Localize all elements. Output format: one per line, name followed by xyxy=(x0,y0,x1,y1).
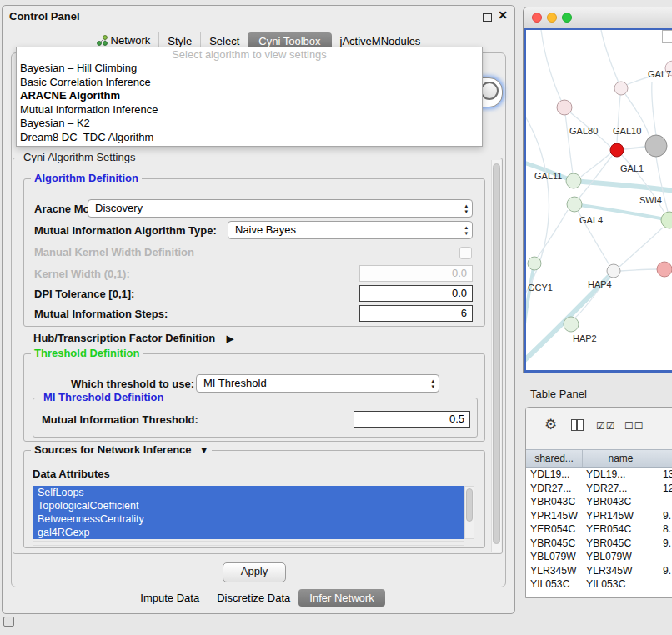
table-row[interactable]: YIL053CYIL053C xyxy=(526,578,672,592)
algorithm-option[interactable]: Dream8 DC_TDC Algorithm xyxy=(17,131,482,145)
table-cell: YDR27... xyxy=(526,482,583,496)
settings-scrollbar[interactable] xyxy=(491,160,501,552)
tab-discretize-data[interactable]: Discretize Data xyxy=(208,589,298,607)
network-node[interactable] xyxy=(614,82,628,95)
tab-infer-network[interactable]: Infer Network xyxy=(298,589,384,607)
network-node[interactable] xyxy=(610,143,624,157)
scrollbar-thumb[interactable] xyxy=(466,488,473,522)
sources-title: Sources for Network Inference xyxy=(34,443,192,456)
column-header-extra[interactable] xyxy=(659,450,672,467)
attribute-item-selected[interactable]: gal4RGexp xyxy=(33,526,464,539)
column-header-name[interactable]: name xyxy=(583,450,659,467)
mi-algorithm-type-select[interactable]: Naive Bayes ▴▾ xyxy=(228,221,473,239)
attribute-item-selected[interactable]: SelfLoops xyxy=(33,486,464,499)
network-node[interactable] xyxy=(607,264,620,278)
sources-group: Sources for Network Inference ▼ Data Att… xyxy=(23,450,485,548)
network-node-label: GCY1 xyxy=(528,282,553,292)
close-traffic-light-icon[interactable] xyxy=(532,12,542,22)
combo-arrows-icon: ▴▾ xyxy=(464,224,468,236)
column-header-shared[interactable]: shared... xyxy=(526,450,583,467)
network-window-titlebar[interactable] xyxy=(524,8,672,28)
network-view-frame: GAL7GAL80GAL10GAL11GAL1SWI4GAL4GCY1HAP4H… xyxy=(524,28,672,372)
select-all-icon[interactable]: ☑☑ xyxy=(596,420,616,432)
table-header: shared... name xyxy=(526,449,672,468)
manual-kernel-checkbox[interactable] xyxy=(459,247,472,259)
table-row[interactable]: YLR345WYLR345W9. xyxy=(526,564,672,578)
zoom-traffic-light-icon[interactable] xyxy=(562,12,572,22)
table-cell: YBR045C xyxy=(526,537,583,551)
table-body: YDL19...YDL19...13YDR27...YDR27...12YBR0… xyxy=(526,468,672,598)
attributes-list-scrollbar[interactable] xyxy=(464,486,474,539)
threshold-definition-title: Threshold Definition xyxy=(31,347,143,359)
attribute-item-selected[interactable]: BetweennessCentrality xyxy=(33,512,464,526)
hub-section-label: Hub/Transcription Factor Definition xyxy=(33,332,215,344)
minimize-traffic-light-icon[interactable] xyxy=(547,12,557,22)
window-title: Control Panel xyxy=(9,10,80,22)
kernel-width-label: Kernel Width (0,1): xyxy=(34,268,130,280)
network-node[interactable] xyxy=(557,100,572,115)
table-row[interactable]: YBR045CYBR045C9. xyxy=(526,537,672,551)
aracne-mode-value: Discovery xyxy=(95,202,143,214)
table-cell: 13 xyxy=(659,468,672,482)
sources-toggle[interactable]: Sources for Network Inference ▼ xyxy=(31,443,212,456)
scrollbar-thumb[interactable] xyxy=(493,163,500,544)
network-node-label: HAP4 xyxy=(588,279,612,289)
table-row[interactable]: YDL19...YDL19...13 xyxy=(526,468,672,482)
attributes-list-hscrollbar[interactable] xyxy=(33,541,464,546)
collapsed-panel-icon[interactable] xyxy=(3,617,14,627)
table-cell: 12 xyxy=(659,482,672,496)
network-scroll-corner[interactable] xyxy=(662,30,672,43)
table-row[interactable]: YBL079WYBL079W xyxy=(526,550,672,564)
network-node[interactable] xyxy=(528,257,541,270)
which-threshold-select[interactable]: MI Threshold ▴▾ xyxy=(196,374,439,392)
gear-icon[interactable]: ⚙ xyxy=(544,416,557,432)
dpi-tolerance-label: DPI Tolerance [0,1]: xyxy=(34,288,134,300)
network-node-label: GAL80 xyxy=(569,126,598,136)
algorithm-option[interactable]: Basic Correlation Inference xyxy=(17,76,482,90)
mi-algorithm-type-value: Naive Bayes xyxy=(235,223,296,236)
network-node-label: GAL4 xyxy=(579,215,603,225)
attribute-item-selected[interactable]: TopologicalCoefficient xyxy=(33,499,464,512)
combo-arrows-icon: ▴▾ xyxy=(431,378,434,389)
table-cell: YBR043C xyxy=(526,495,583,509)
network-node[interactable] xyxy=(566,173,581,188)
table-row[interactable]: YBR043CYBR043C xyxy=(526,495,672,509)
float-window-icon[interactable] xyxy=(483,13,492,22)
table-cell: YER054C xyxy=(583,522,659,537)
network-node[interactable] xyxy=(657,262,672,277)
table-cell: 8. xyxy=(659,522,672,537)
network-node-label: GAL7 xyxy=(648,69,671,79)
network-canvas[interactable]: GAL7GAL80GAL10GAL11GAL1SWI4GAL4GCY1HAP4H… xyxy=(526,30,672,370)
threshold-definition-group: Threshold Definition Which threshold to … xyxy=(23,353,485,442)
network-node[interactable] xyxy=(567,197,582,212)
dpi-tolerance-field[interactable]: 0.0 xyxy=(359,285,473,302)
table-panel-title: Table Panel xyxy=(530,388,587,400)
apply-button[interactable]: Apply xyxy=(223,562,286,582)
algorithm-option-selected[interactable]: ARACNE Algorithm xyxy=(17,89,482,103)
table-row[interactable]: YDR27...YDR27...12 xyxy=(526,482,672,496)
which-threshold-value: MI Threshold xyxy=(203,377,267,389)
table-row[interactable]: YER054CYER054C8. xyxy=(526,522,672,537)
hub-section-toggle[interactable]: Hub/Transcription Factor Definition ▶ xyxy=(33,332,233,344)
close-icon[interactable]: ✕ xyxy=(498,8,508,22)
table-row[interactable]: YPR145WYPR145W9. xyxy=(526,509,672,523)
mi-steps-field[interactable]: 6 xyxy=(359,305,473,322)
algorithm-option[interactable]: Bayesian – K2 xyxy=(17,117,482,131)
table-cell: YIL053C xyxy=(583,578,659,592)
table-cell: YPR145W xyxy=(583,509,659,523)
network-node[interactable] xyxy=(564,317,579,332)
table-cell: YBR045C xyxy=(583,537,659,551)
table-cell: YPR145W xyxy=(526,509,583,523)
tab-impute-data[interactable]: Impute Data xyxy=(132,589,208,607)
aracne-mode-select[interactable]: Discovery ▴▾ xyxy=(88,199,473,218)
algorithm-option[interactable]: Mutual Information Inference xyxy=(17,103,482,118)
network-node-label: GAL11 xyxy=(534,171,562,181)
deselect-all-icon[interactable]: ☐☐ xyxy=(624,420,644,432)
network-node[interactable] xyxy=(645,135,667,157)
mi-threshold-field[interactable]: 0.5 xyxy=(354,411,470,428)
network-node[interactable] xyxy=(661,212,672,228)
columns-icon[interactable] xyxy=(571,419,584,431)
kernel-width-field[interactable]: 0.0 xyxy=(359,265,473,282)
algorithm-option[interactable]: Bayesian – Hill Climbing xyxy=(17,62,482,76)
mi-threshold-group-title: MI Threshold Definition xyxy=(40,391,167,403)
